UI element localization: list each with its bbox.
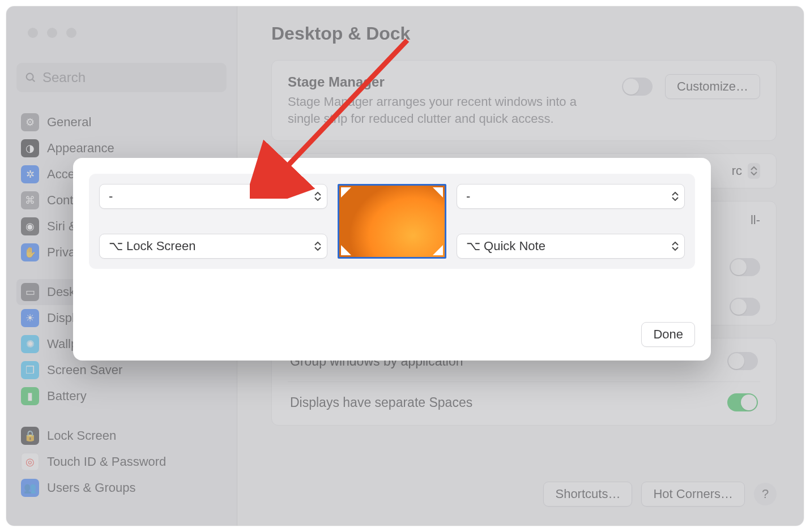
corner-indicator-top-right-icon xyxy=(433,187,443,198)
bottom-left-corner-value: ⌥ Lock Screen xyxy=(109,239,195,254)
bottom-right-corner-dropdown[interactable]: ⌥ Quick Note xyxy=(457,234,685,259)
system-settings-window: Search ⚙︎General◑Appearance✲Accessibilit… xyxy=(6,6,804,526)
top-left-corner-value: - xyxy=(109,189,113,204)
top-right-corner-dropdown[interactable]: - xyxy=(457,184,685,209)
corner-indicator-bottom-left-icon xyxy=(341,245,351,255)
hot-corners-grid: - - ⌥ Lock Screen xyxy=(89,174,695,269)
done-button[interactable]: Done xyxy=(641,322,695,347)
stepper-icon xyxy=(314,242,321,251)
stepper-icon xyxy=(314,192,321,201)
stepper-icon xyxy=(672,242,679,251)
corner-indicator-top-left-icon xyxy=(341,187,351,198)
hot-corners-modal: - - ⌥ Lock Screen xyxy=(73,158,711,361)
top-right-corner-value: - xyxy=(466,189,470,204)
top-left-corner-dropdown[interactable]: - xyxy=(99,184,327,209)
screen-preview-thumbnail xyxy=(338,184,446,259)
corner-indicator-bottom-right-icon xyxy=(433,245,443,255)
bottom-right-corner-value: ⌥ Quick Note xyxy=(466,239,545,254)
stepper-icon xyxy=(672,192,679,201)
bottom-left-corner-dropdown[interactable]: ⌥ Lock Screen xyxy=(99,234,327,259)
